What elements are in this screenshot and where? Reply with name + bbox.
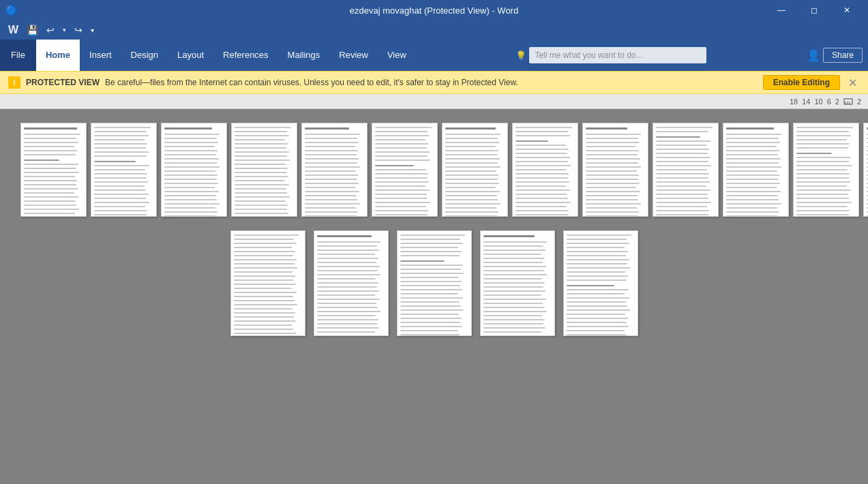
tab-file[interactable]: File [0,40,36,71]
page-thumbnail-4[interactable] [231,123,297,217]
ribbon-actions: 👤 Share [807,40,868,71]
app-icon: 🔵 [5,5,17,16]
tab-review[interactable]: Review [329,40,378,71]
page-thumbnail-10[interactable] [653,123,719,217]
title-bar: 🔵 ezdevaj movaghat (Protected View) - Wo… [0,0,868,20]
ruler-numbers: 18 14 10 6 2 2 [790,97,861,106]
page-thumbnail-1[interactable] [20,123,87,217]
restore-button[interactable]: ◻ [798,0,830,20]
page-thumbnail-2[interactable] [91,123,157,217]
share-button[interactable]: Share [823,48,863,63]
quick-access-toolbar: W 💾 ↩ ▾ ↪ ▾ [0,20,868,40]
page-thumbnail-17[interactable] [480,230,555,336]
page-thumbnail-14[interactable] [230,230,305,336]
window-title: ezdevaj movaghat (Protected View) - Word [350,5,518,16]
page-thumbnail-16[interactable] [397,230,472,336]
pages-row-2 [20,230,848,336]
page-thumbnail-3[interactable] [161,123,227,217]
redo-icon[interactable]: ↪ [72,23,85,37]
tab-home[interactable]: Home [36,40,80,71]
page-thumbnail-6[interactable] [372,123,438,217]
page-thumbnail-18[interactable] [563,230,638,336]
lightbulb-icon: 💡 [515,50,526,61]
pages-row-1 [20,123,848,217]
page-thumbnail-5[interactable] [301,123,368,217]
account-icon: 👤 [807,49,820,62]
page-thumbnail-15[interactable] [314,230,389,336]
word-icon: W [5,22,21,37]
page-thumbnail-13[interactable] [863,123,868,217]
page-thumbnail-8[interactable] [512,123,578,217]
save-icon[interactable]: 💾 [24,23,41,37]
window-controls: — ◻ ✕ [766,0,863,20]
search-input[interactable] [529,47,706,63]
ruler-icon [843,97,853,106]
page-thumbnail-11[interactable] [723,123,789,217]
tab-references[interactable]: References [213,40,278,71]
close-protected-bar-button[interactable]: ✕ [845,76,860,89]
customize-qat-icon[interactable]: ▾ [88,25,97,35]
tab-layout[interactable]: Layout [168,40,213,71]
protected-message: Be careful—files from the Internet can c… [105,78,758,87]
tab-view[interactable]: View [378,40,416,71]
protected-label: PROTECTED VIEW [26,78,100,87]
ribbon-search-area: 💡 [416,40,807,71]
undo-dropdown-icon[interactable]: ▾ [60,25,69,35]
page-thumbnail-9[interactable] [582,123,648,217]
document-area [0,109,868,484]
close-button[interactable]: ✕ [831,0,863,20]
page-thumbnail-12[interactable] [793,123,859,217]
ribbon: File Home Insert Design Layout Reference… [0,40,868,71]
tab-insert[interactable]: Insert [80,40,121,71]
page-thumbnail-7[interactable] [442,123,508,217]
tab-mailings[interactable]: Mailings [278,40,330,71]
minimize-button[interactable]: — [766,0,797,20]
tab-design[interactable]: Design [121,40,168,71]
protected-view-bar: ! PROTECTED VIEW Be careful—files from t… [0,71,868,94]
ruler: 18 14 10 6 2 2 [0,94,868,109]
protected-icon: ! [8,76,20,89]
undo-icon[interactable]: ↩ [44,23,57,37]
enable-editing-button[interactable]: Enable Editing [763,75,840,90]
title-bar-left: 🔵 [5,5,20,16]
